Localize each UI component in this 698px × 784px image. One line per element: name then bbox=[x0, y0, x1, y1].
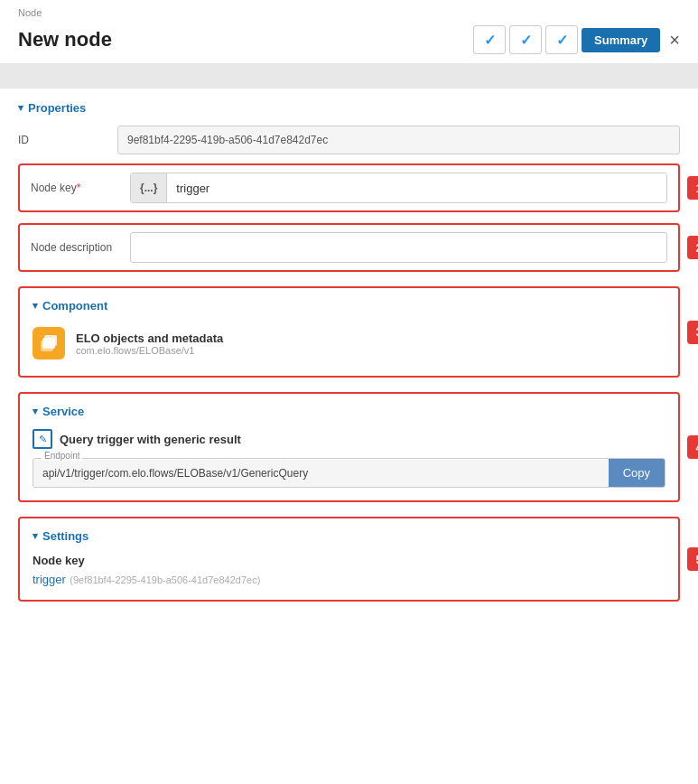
step-indicators: ✓ ✓ ✓ Summary × bbox=[473, 25, 680, 54]
badge-4: 4 bbox=[687, 435, 698, 459]
node-key-section-box: Node key {...} 1 bbox=[18, 163, 680, 212]
settings-node-key-id: (9ef81bf4-2295-419b-a506-41d7e842d7ec) bbox=[70, 574, 260, 585]
component-chevron: ▾ bbox=[33, 300, 38, 312]
badge-1: 1 bbox=[687, 176, 698, 200]
settings-trigger-value: trigger bbox=[33, 573, 66, 586]
settings-node-key-value-row: trigger (9ef81bf4-2295-419b-a506-41d7e84… bbox=[33, 571, 665, 587]
node-description-field-row: Node description bbox=[31, 232, 667, 263]
properties-chevron: ▾ bbox=[18, 102, 23, 114]
badge-3: 3 bbox=[687, 321, 698, 344]
service-name: Query trigger with generic result bbox=[60, 433, 241, 446]
endpoint-text: api/v1/trigger/com.elo.flows/ELOBase/v1/… bbox=[33, 460, 609, 487]
service-section: ▾ Service Query trigger with generic res… bbox=[18, 392, 680, 502]
badge-5: 5 bbox=[687, 547, 698, 571]
svg-rect-2 bbox=[42, 338, 55, 349]
id-field-row: ID bbox=[18, 126, 680, 154]
copy-button[interactable]: Copy bbox=[609, 459, 665, 487]
page-header: New node ✓ ✓ ✓ Summary × bbox=[0, 20, 698, 63]
node-key-field: {...} bbox=[130, 173, 667, 203]
service-icon bbox=[33, 429, 52, 449]
node-key-field-row: Node key {...} bbox=[31, 173, 667, 203]
divider-bar bbox=[0, 63, 698, 89]
component-title: ▾ Component bbox=[33, 299, 665, 313]
step-check-2: ✓ bbox=[509, 25, 542, 54]
component-name: ELO objects and metadata bbox=[76, 331, 223, 345]
properties-title: ▾ Properties bbox=[18, 101, 680, 115]
service-chevron: ▾ bbox=[33, 406, 38, 417]
close-button[interactable]: × bbox=[669, 30, 680, 51]
settings-chevron: ▾ bbox=[33, 530, 38, 542]
node-description-label: Node description bbox=[31, 241, 130, 254]
endpoint-label: Endpoint bbox=[42, 451, 82, 461]
node-key-prefix: {...} bbox=[131, 173, 167, 202]
step-check-3: ✓ bbox=[545, 25, 578, 54]
breadcrumb: Node bbox=[0, 0, 698, 20]
node-key-input[interactable] bbox=[167, 173, 666, 202]
node-description-section-box: Node description 2 bbox=[18, 223, 680, 272]
component-row: ELO objects and metadata com.elo.flows/E… bbox=[33, 323, 665, 363]
component-info: ELO objects and metadata com.elo.flows/E… bbox=[76, 331, 223, 356]
service-item: Query trigger with generic result bbox=[33, 429, 665, 449]
settings-node-key-heading: Node key bbox=[33, 554, 665, 567]
component-icon bbox=[33, 327, 65, 359]
properties-section: ▾ Properties ID Node key {...} 1 Node de… bbox=[18, 101, 680, 272]
settings-title: ▾ Settings bbox=[33, 529, 665, 543]
node-key-label: Node key bbox=[31, 182, 130, 194]
step-check-1: ✓ bbox=[473, 25, 506, 54]
component-sub: com.elo.flows/ELOBase/v1 bbox=[76, 345, 223, 356]
service-title: ▾ Service bbox=[33, 405, 665, 418]
summary-button[interactable]: Summary bbox=[582, 28, 660, 52]
node-description-input[interactable] bbox=[130, 232, 667, 263]
component-section: ▾ Component ELO objects and metadata com… bbox=[18, 286, 680, 378]
settings-section: ▾ Settings Node key trigger (9ef81bf4-22… bbox=[18, 517, 680, 602]
badge-2: 2 bbox=[687, 236, 698, 259]
main-content: ▾ Properties ID Node key {...} 1 Node de… bbox=[0, 98, 698, 634]
page-title: New node bbox=[18, 28, 112, 51]
id-label: ID bbox=[18, 134, 117, 146]
id-input[interactable] bbox=[117, 126, 680, 154]
endpoint-box: Endpoint api/v1/trigger/com.elo.flows/EL… bbox=[33, 458, 665, 488]
endpoint-row: api/v1/trigger/com.elo.flows/ELOBase/v1/… bbox=[33, 458, 665, 488]
